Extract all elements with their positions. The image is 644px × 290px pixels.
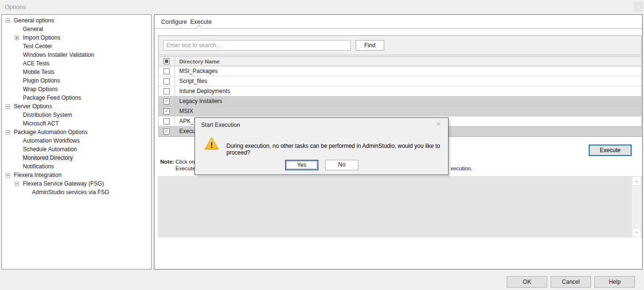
tree-item-import-options[interactable]: Import Options	[2, 33, 151, 42]
log-scrollbar[interactable]: ▲ ▼	[632, 176, 642, 238]
checkbox-checked[interactable]: ✓	[164, 128, 170, 135]
tree-item-general-options[interactable]: General options	[2, 16, 151, 25]
tree-item-label[interactable]: Server Options	[13, 103, 53, 110]
window-title: Options	[5, 3, 26, 10]
tab-configure[interactable]: Configure	[161, 19, 187, 25]
tab-execute[interactable]: Execute	[190, 19, 212, 25]
table-row[interactable]: ✓MSIX	[159, 106, 641, 116]
tree-item-flexera-integration[interactable]: Flexera Integration	[2, 171, 151, 179]
tree-item-label[interactable]: Import Options	[22, 34, 61, 41]
select-all-checkbox[interactable]	[164, 58, 170, 64]
tree-box-placeholder	[15, 139, 19, 143]
collapse-icon[interactable]	[15, 182, 19, 186]
search-input[interactable]	[163, 40, 351, 51]
tree-item-flexera-service-gateway-fsg-[interactable]: Flexera Service Gateway (FSG)	[2, 179, 151, 188]
find-button[interactable]: Find	[356, 40, 384, 51]
tree-item-label[interactable]: General options	[13, 17, 55, 24]
tree-item-package-feed-options[interactable]: Package Feed Options	[2, 93, 151, 102]
column-header-directory-name[interactable]: Directory Name	[175, 59, 641, 64]
tree-indent	[2, 46, 15, 47]
tree-item-label[interactable]: AdminStudio services via FSG	[31, 188, 110, 196]
tree-item-label[interactable]: ACE Tests	[22, 60, 51, 67]
row-checkbox-cell[interactable]: ✓	[159, 126, 175, 136]
tree-item-label[interactable]: Wrap Options	[22, 85, 59, 93]
row-checkbox-cell[interactable]	[159, 76, 175, 86]
tree-item-label[interactable]: General	[22, 25, 44, 33]
checkbox-unchecked[interactable]	[164, 88, 170, 94]
row-checkbox-cell[interactable]: ✓	[159, 96, 175, 106]
table-row[interactable]: Intune Deployments	[159, 86, 641, 96]
active-tab-notch	[196, 25, 202, 31]
tree-item-label[interactable]: Windows Installer Validation	[22, 51, 95, 59]
tree-item-automation-workflows[interactable]: Automation Workflows	[2, 136, 151, 145]
tree-indent	[2, 72, 15, 72]
check-mark-icon: ✓	[164, 98, 169, 104]
tree-item-monitored-directory[interactable]: Monitored Directory	[2, 154, 151, 162]
tree-item-schedule-automation[interactable]: Schedule Automation	[2, 145, 151, 154]
directory-name-cell[interactable]: Intune Deployments	[175, 88, 641, 94]
tree-item-package-automation-options[interactable]: Package Automation Options	[2, 128, 151, 136]
tree-item-label[interactable]: Distribution System	[22, 111, 73, 119]
directory-name-cell[interactable]: Legacy Installers	[175, 98, 641, 104]
tree-item-test-center[interactable]: Test Center	[2, 42, 151, 51]
dialog-close-icon[interactable]: ✕	[435, 120, 441, 128]
scroll-up-icon[interactable]: ▲	[632, 176, 641, 186]
directory-name-cell[interactable]: MSI_Packages	[175, 68, 641, 74]
tree-item-label[interactable]: Notifications	[22, 163, 55, 170]
tree-item-adminstudio-services-via-fsg[interactable]: AdminStudio services via FSG	[2, 188, 151, 197]
collapse-icon[interactable]	[6, 130, 10, 135]
collapse-icon[interactable]	[6, 173, 10, 177]
row-checkbox-cell[interactable]	[159, 86, 175, 96]
tree-item-label[interactable]: Test Center	[22, 42, 53, 50]
tree-item-wrap-options[interactable]: Wrap Options	[2, 85, 151, 93]
tree-item-label[interactable]: Package Feed Options	[22, 94, 82, 102]
execute-button[interactable]: Execute	[589, 145, 632, 156]
tree-item-plugin-options[interactable]: Plugin Options	[2, 76, 151, 85]
tree-item-windows-installer-validation[interactable]: Windows Installer Validation	[2, 51, 151, 59]
select-all-cell[interactable]	[159, 57, 175, 66]
row-checkbox-cell[interactable]	[159, 116, 175, 126]
collapse-icon[interactable]	[6, 19, 10, 23]
table-row[interactable]: Script_files	[159, 76, 641, 86]
no-button[interactable]: No	[325, 160, 358, 170]
tree-item-label[interactable]: Plugin Options	[22, 77, 61, 84]
cancel-button[interactable]: Cancel	[551, 276, 591, 288]
tree-item-label[interactable]: Flexera Service Gateway (FSG)	[22, 180, 105, 187]
collapse-icon[interactable]	[6, 104, 10, 109]
checkbox-checked[interactable]: ✓	[164, 108, 170, 114]
tree-item-microsoft-act[interactable]: Microsoft ACT	[2, 119, 151, 128]
tree-item-label[interactable]: Microsoft ACT	[22, 120, 60, 127]
tree-item-label[interactable]: Schedule Automation	[22, 145, 78, 153]
tree-indent	[2, 81, 15, 81]
tree-item-label[interactable]: Automation Workflows	[22, 137, 81, 145]
row-checkbox-cell[interactable]	[159, 66, 175, 76]
tree-item-general[interactable]: General	[2, 25, 151, 33]
checkbox-unchecked[interactable]	[164, 78, 170, 84]
ok-button[interactable]: OK	[507, 276, 547, 288]
scroll-down-icon[interactable]: ▼	[632, 228, 641, 237]
yes-button[interactable]: Yes	[285, 160, 318, 170]
tree-indent	[2, 192, 24, 193]
tree-item-label[interactable]: Package Automation Options	[13, 128, 89, 136]
directory-name-cell[interactable]: Script_files	[175, 78, 641, 84]
tree-item-mobile-tests[interactable]: Mobile Tests	[2, 68, 151, 76]
tree-item-server-options[interactable]: Server Options	[2, 102, 151, 111]
table-row[interactable]: ✓Legacy Installers	[159, 96, 641, 106]
checkbox-unchecked[interactable]	[164, 68, 170, 74]
help-button[interactable]: Help	[594, 276, 635, 288]
tree-box-placeholder	[15, 96, 19, 100]
tree-item-label[interactable]: Flexera Integration	[13, 171, 62, 179]
expand-icon[interactable]	[15, 36, 19, 40]
table-row[interactable]: MSI_Packages	[159, 66, 641, 76]
tree-item-distribution-system[interactable]: Distribution System	[2, 111, 151, 119]
tree-item-notifications[interactable]: Notifications	[2, 162, 151, 171]
close-icon[interactable]: x	[634, 2, 643, 12]
row-checkbox-cell[interactable]: ✓	[159, 106, 175, 116]
tree-item-ace-tests[interactable]: ACE Tests	[2, 59, 151, 68]
checkbox-unchecked[interactable]	[164, 118, 170, 124]
checkbox-checked[interactable]: ✓	[164, 98, 170, 104]
tree-indent	[2, 124, 15, 124]
directory-name-cell[interactable]: MSIX	[175, 108, 641, 114]
tree-item-label[interactable]: Mobile Tests	[22, 68, 55, 76]
tree-item-label[interactable]: Monitored Directory	[22, 154, 74, 162]
